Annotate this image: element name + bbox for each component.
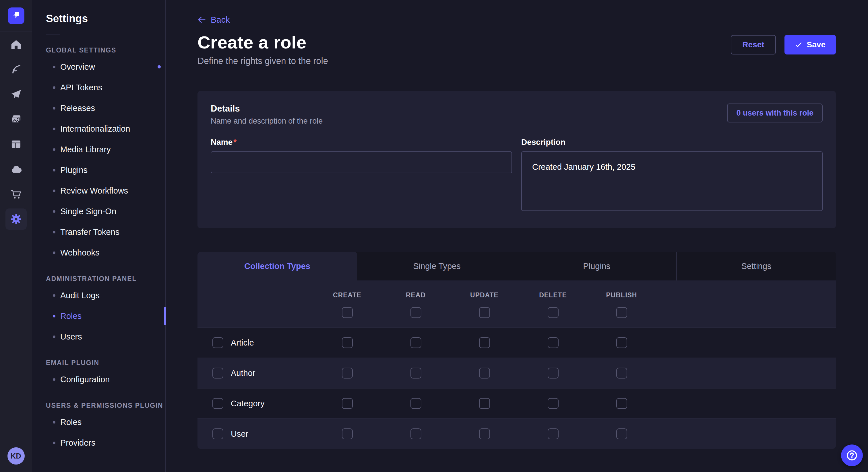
- section-items: OverviewAPI TokensReleasesInternationali…: [32, 57, 165, 263]
- sidebar-item-media-library[interactable]: Media Library: [32, 139, 165, 160]
- bullet-icon: [53, 336, 55, 338]
- permission-cell-article-read: [381, 337, 450, 348]
- sidebar-item-overview[interactable]: Overview: [32, 57, 165, 77]
- row-name-label: Category: [231, 399, 265, 408]
- sidebar-item-users[interactable]: Users: [32, 326, 165, 347]
- description-textarea[interactable]: Created January 16th, 2025: [521, 151, 823, 211]
- user-avatar[interactable]: KD: [7, 447, 25, 465]
- gear-icon: [5, 208, 27, 230]
- article-delete-checkbox[interactable]: [548, 337, 559, 348]
- rail-item-layout[interactable]: [0, 132, 32, 157]
- article-read-checkbox[interactable]: [410, 337, 422, 348]
- subnav-section-global-settings: GLOBAL SETTINGSOverviewAPI TokensRelease…: [32, 46, 165, 263]
- sidebar-item-audit-logs[interactable]: Audit Logs: [32, 285, 165, 306]
- select-all-read-checkbox[interactable]: [410, 307, 422, 318]
- user-create-checkbox[interactable]: [342, 429, 353, 439]
- main-nav-rail: KD: [0, 0, 32, 472]
- author-read-checkbox[interactable]: [410, 368, 422, 378]
- master-cell-create: [313, 307, 381, 318]
- sidebar-item-label: Overview: [60, 62, 95, 72]
- permissions-master-checkboxes: [197, 307, 836, 318]
- check-icon: [795, 41, 802, 48]
- article-publish-checkbox[interactable]: [616, 337, 627, 348]
- sidebar-item-internationalization[interactable]: Internationalization: [32, 119, 165, 139]
- tab-collection-types[interactable]: Collection Types: [197, 252, 357, 280]
- name-input[interactable]: [211, 151, 512, 173]
- select-row-author-checkbox[interactable]: [212, 368, 223, 378]
- rail-item-cart[interactable]: [0, 181, 32, 206]
- section-label-administration-panel: ADMINISTRATION PANEL: [46, 275, 165, 283]
- row-name-label: Author: [231, 369, 255, 378]
- tab-single-types[interactable]: Single Types: [357, 252, 517, 280]
- details-card: Details Name and description of the role…: [197, 91, 836, 228]
- column-header-read: READ: [381, 291, 450, 299]
- user-update-checkbox[interactable]: [479, 429, 490, 439]
- sidebar-item-label: Review Workflows: [60, 186, 128, 196]
- question-icon: [846, 449, 858, 461]
- description-field-group: Description Created January 16th, 2025: [521, 138, 823, 212]
- strapi-logo-icon: [11, 10, 21, 22]
- help-button[interactable]: [841, 444, 863, 466]
- sidebar-item-plugins[interactable]: Plugins: [32, 160, 165, 180]
- author-update-checkbox[interactable]: [479, 368, 490, 378]
- sidebar-item-roles[interactable]: Roles: [32, 412, 165, 432]
- rail-bottom: KD: [0, 439, 32, 472]
- sidebar-item-api-tokens[interactable]: API Tokens: [32, 77, 165, 98]
- bullet-icon: [53, 378, 55, 381]
- back-link[interactable]: Back: [197, 15, 230, 25]
- back-row: Back: [197, 15, 836, 25]
- permission-cell-author-delete: [519, 368, 587, 378]
- sidebar-item-configuration[interactable]: Configuration: [32, 369, 165, 390]
- select-all-publish-checkbox[interactable]: [616, 307, 627, 318]
- user-delete-checkbox[interactable]: [548, 429, 559, 439]
- save-button[interactable]: Save: [784, 35, 836, 55]
- sidebar-item-transfer-tokens[interactable]: Transfer Tokens: [32, 222, 165, 242]
- reset-button[interactable]: Reset: [731, 35, 776, 55]
- sidebar-item-review-workflows[interactable]: Review Workflows: [32, 180, 165, 201]
- sidebar-item-webhooks[interactable]: Webhooks: [32, 242, 165, 263]
- rail-item-home[interactable]: [0, 32, 32, 57]
- bullet-icon: [53, 251, 55, 254]
- select-row-user-checkbox[interactable]: [212, 429, 223, 439]
- row-name-cell: Author: [197, 368, 313, 378]
- sidebar-item-releases[interactable]: Releases: [32, 98, 165, 119]
- row-name-label: User: [231, 429, 248, 439]
- rail-item-images[interactable]: [0, 107, 32, 132]
- rail-item-feather[interactable]: [0, 57, 32, 82]
- sidebar-item-single-sign-on[interactable]: Single Sign-On: [32, 201, 165, 222]
- users-with-role-button[interactable]: 0 users with this role: [727, 103, 823, 123]
- category-delete-checkbox[interactable]: [548, 398, 559, 409]
- permission-row-author: Author: [197, 358, 836, 388]
- select-all-delete-checkbox[interactable]: [548, 307, 559, 318]
- sidebar-item-providers[interactable]: Providers: [32, 432, 165, 453]
- bullet-icon: [53, 169, 55, 171]
- author-publish-checkbox[interactable]: [616, 368, 627, 378]
- sidebar-item-roles[interactable]: Roles: [32, 306, 165, 326]
- author-delete-checkbox[interactable]: [548, 368, 559, 378]
- category-publish-checkbox[interactable]: [616, 398, 627, 409]
- category-update-checkbox[interactable]: [479, 398, 490, 409]
- select-row-article-checkbox[interactable]: [212, 337, 223, 348]
- category-create-checkbox[interactable]: [342, 398, 353, 409]
- rail-item-gear[interactable]: [0, 206, 32, 231]
- column-header-delete: DELETE: [519, 291, 587, 299]
- tab-plugins[interactable]: Plugins: [517, 252, 676, 280]
- tab-settings[interactable]: Settings: [676, 252, 836, 280]
- bullet-icon: [53, 210, 55, 213]
- article-create-checkbox[interactable]: [342, 337, 353, 348]
- user-read-checkbox[interactable]: [410, 429, 422, 439]
- user-publish-checkbox[interactable]: [616, 429, 627, 439]
- rail-item-cloud[interactable]: [0, 157, 32, 181]
- subnav-section-administration-panel: ADMINISTRATION PANELAudit LogsRolesUsers: [32, 275, 165, 347]
- author-create-checkbox[interactable]: [342, 368, 353, 378]
- category-read-checkbox[interactable]: [410, 398, 422, 409]
- article-update-checkbox[interactable]: [479, 337, 490, 348]
- description-label: Description: [521, 138, 565, 146]
- select-all-update-checkbox[interactable]: [479, 307, 490, 318]
- select-all-create-checkbox[interactable]: [342, 307, 353, 318]
- rail-item-paper-plane[interactable]: [0, 82, 32, 107]
- strapi-logo-button[interactable]: [8, 7, 24, 24]
- bullet-icon: [53, 315, 55, 317]
- select-row-category-checkbox[interactable]: [212, 398, 223, 409]
- details-fields: Name* Description Created January 16th, …: [211, 138, 823, 212]
